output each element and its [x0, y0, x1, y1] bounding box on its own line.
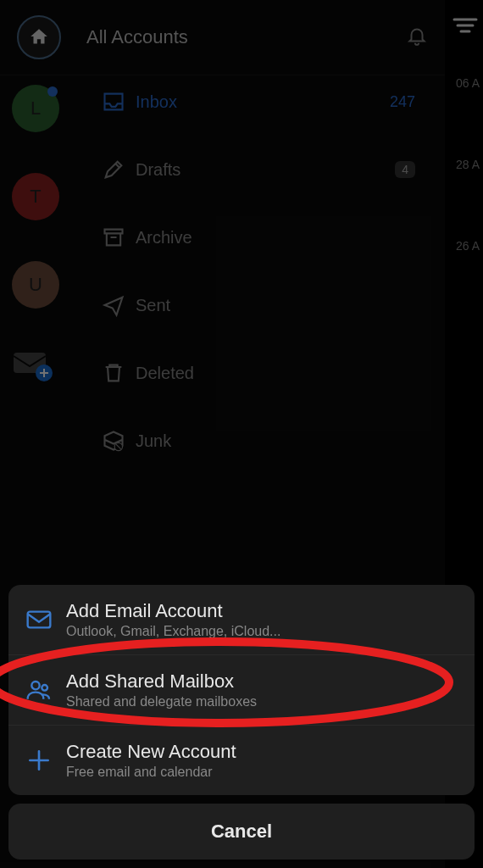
account-avatar-u[interactable]: U [12, 261, 59, 309]
svg-point-4 [42, 685, 47, 691]
folder-junk[interactable]: Junk [93, 415, 424, 466]
sent-icon [102, 293, 136, 317]
add-shared-mailbox-item[interactable]: Add Shared Mailbox Shared and delegate m… [8, 655, 475, 726]
folder-inbox[interactable]: Inbox 247 [93, 76, 424, 127]
add-email-account-item[interactable]: Add Email Account Outlook, Gmail, Exchan… [8, 585, 475, 655]
trash-icon [102, 361, 136, 385]
folder-deleted[interactable]: Deleted [93, 348, 424, 398]
create-new-account-item[interactable]: Create New Account Free email and calend… [8, 726, 475, 795]
svg-point-3 [31, 682, 39, 689]
add-account-icon[interactable] [12, 349, 47, 376]
account-avatar-l[interactable]: L [12, 85, 59, 132]
plus-icon [25, 747, 66, 774]
sidebar-header: All Accounts [0, 0, 445, 75]
drafts-icon [102, 158, 136, 181]
archive-icon [102, 225, 136, 249]
notifications-icon[interactable] [406, 25, 428, 50]
folder-archive[interactable]: Archive [93, 212, 424, 263]
plus-badge-icon [36, 364, 53, 381]
header-title: All Accounts [86, 26, 406, 48]
cancel-button[interactable]: Cancel [8, 804, 475, 860]
svg-rect-2 [28, 612, 51, 628]
people-icon [25, 676, 66, 704]
home-button[interactable] [17, 15, 61, 59]
action-sheet-options: Add Email Account Outlook, Gmail, Exchan… [8, 585, 475, 795]
account-avatar-t[interactable]: T [12, 173, 59, 220]
folder-drafts[interactable]: Drafts 4 [93, 144, 424, 195]
mail-icon [25, 606, 66, 633]
folder-list: Inbox 247 Drafts 4 Archive Sent [93, 76, 424, 483]
accounts-column: L T U [12, 85, 71, 376]
folder-sent[interactable]: Sent [93, 280, 424, 331]
action-sheet: Add Email Account Outlook, Gmail, Exchan… [8, 585, 475, 860]
filter-icon[interactable] [452, 17, 480, 37]
unread-dot-icon [47, 86, 58, 97]
inbox-icon [102, 90, 136, 114]
junk-icon [102, 429, 136, 453]
